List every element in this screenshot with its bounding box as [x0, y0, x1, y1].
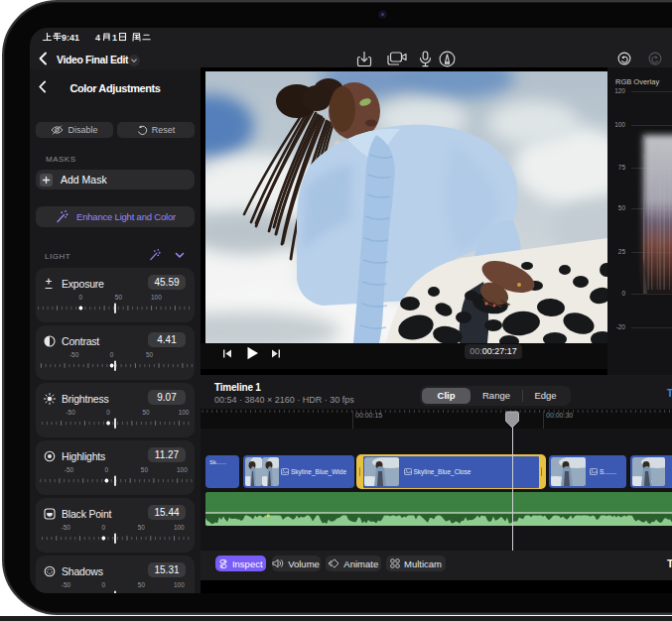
- svg-text:0: 0: [102, 524, 106, 531]
- svg-text:100: 100: [151, 294, 162, 301]
- svg-text:50: 50: [143, 409, 151, 416]
- svg-text:0: 0: [110, 351, 114, 358]
- svg-text:-50: -50: [69, 351, 79, 358]
- svg-text:0: 0: [106, 409, 110, 416]
- svg-text:0: 0: [79, 294, 83, 301]
- svg-text:100: 100: [177, 466, 188, 473]
- svg-text:50: 50: [141, 466, 149, 473]
- svg-text:50: 50: [138, 524, 146, 531]
- svg-text:-50: -50: [62, 524, 71, 531]
- svg-text:100: 100: [179, 409, 190, 416]
- svg-text:50: 50: [146, 351, 154, 358]
- svg-text:50: 50: [115, 294, 123, 301]
- svg-text:-50: -50: [65, 466, 74, 473]
- svg-text:0: 0: [102, 581, 106, 588]
- svg-text:0: 0: [105, 466, 109, 473]
- svg-text:-50: -50: [66, 409, 75, 416]
- svg-text:50: 50: [138, 581, 146, 588]
- svg-text:100: 100: [174, 524, 185, 531]
- svg-text:100: 100: [174, 581, 185, 588]
- svg-text:-50: -50: [62, 581, 71, 588]
